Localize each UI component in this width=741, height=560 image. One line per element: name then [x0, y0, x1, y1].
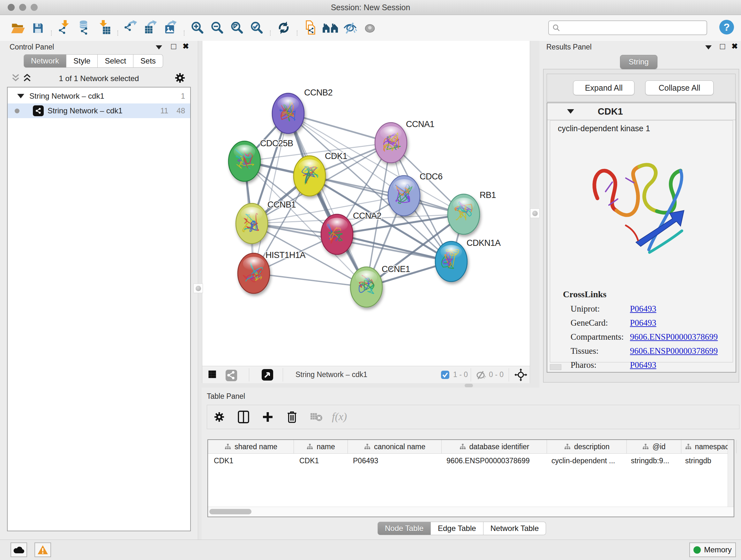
export-image-icon[interactable]	[161, 17, 181, 37]
network-graph[interactable]: CCNB2CCNA1CDC25BCDK1CDC6RB1CCNB1CCNA2CDK…	[202, 41, 530, 366]
table-row[interactable]: CDK1CDK1P064939606.ENSP00000378699cyclin…	[208, 454, 734, 468]
node-RB1[interactable]	[448, 194, 480, 234]
column-header-name[interactable]: name	[294, 440, 348, 453]
warnings-button[interactable]	[35, 543, 51, 557]
column-header-database-identifier[interactable]: database identifier	[442, 440, 547, 453]
panel-menu-icon[interactable]	[705, 45, 712, 50]
node-HIST1H1A[interactable]	[238, 253, 270, 294]
node-CDC6[interactable]	[388, 176, 420, 216]
collapse-entry-icon[interactable]	[567, 109, 574, 114]
node-CCNB1[interactable]	[236, 203, 268, 244]
zoom-selected-icon[interactable]	[247, 18, 267, 38]
open-session-icon[interactable]	[8, 18, 28, 38]
left-splitter-handle[interactable]	[193, 284, 203, 293]
edge-CCNE1-HIST1H1A[interactable]	[254, 273, 366, 287]
tab-network[interactable]: Network	[23, 54, 66, 68]
cloud-status-button[interactable]	[10, 543, 27, 557]
show-graphics-details-icon[interactable]	[360, 18, 380, 38]
hidden-eye-icon[interactable]	[475, 371, 486, 380]
node-CDKN1A[interactable]	[435, 241, 467, 282]
tab-node-table[interactable]: Node Table	[378, 522, 431, 535]
results-panel-title: Results Panel	[546, 43, 592, 51]
gene-card-header[interactable]: CDK1	[547, 103, 736, 120]
close-panel-icon[interactable]: ✖	[183, 42, 189, 51]
new-network-from-selection-icon[interactable]	[300, 17, 320, 37]
edge-CCNB2-HIST1H1A[interactable]	[254, 113, 288, 273]
panel-menu-icon[interactable]	[156, 45, 162, 50]
table-horizontal-scrollbar[interactable]	[208, 507, 734, 516]
hide-graphics-icon[interactable]	[340, 18, 360, 38]
tab-network-table[interactable]: Network Table	[483, 522, 546, 535]
refresh-icon[interactable]	[274, 18, 293, 38]
tab-sets[interactable]: Sets	[133, 54, 163, 68]
right-splitter-handle[interactable]	[530, 208, 540, 218]
gene-symbol: CDK1	[598, 106, 623, 117]
delete-columns-icon[interactable]	[280, 407, 304, 427]
show-columns-icon[interactable]	[231, 407, 256, 427]
node-CCNA2[interactable]	[321, 214, 353, 254]
node-CDK1[interactable]	[293, 156, 326, 196]
crosslink-link[interactable]: P06493	[630, 360, 657, 370]
card-scrollbar[interactable]	[550, 364, 561, 370]
node-CDC25B[interactable]	[228, 141, 260, 181]
node-CCNB2[interactable]	[272, 93, 304, 133]
zoom-fit-content-icon[interactable]	[227, 18, 247, 38]
node-CCNA1[interactable]	[375, 123, 407, 163]
float-panel-icon[interactable]: □	[720, 42, 725, 51]
float-panel-icon[interactable]: □	[171, 42, 176, 51]
selected-nodes-checkbox[interactable]	[441, 370, 450, 379]
table-vertical-scrollbar[interactable]	[728, 440, 734, 516]
network-view-title: String Network – cdk1	[295, 370, 367, 379]
column-header-canonical-name[interactable]: canonical name	[348, 440, 442, 453]
import-network-from-database-icon[interactable]	[75, 17, 94, 37]
network-canvas[interactable]: CCNB2CCNA1CDC25BCDK1CDC6RB1CCNB1CCNA2CDK…	[202, 41, 530, 366]
open-in-new-window-icon[interactable]	[262, 369, 273, 381]
show-home-icon[interactable]	[320, 18, 340, 38]
column-header-description[interactable]: description	[547, 440, 627, 453]
column-header-shared-name[interactable]: shared name	[208, 440, 294, 453]
collection-count: 1	[181, 91, 185, 101]
control-panel-title: Control Panel	[10, 43, 54, 51]
collapse-collection-icon[interactable]	[17, 94, 24, 98]
column-header-id[interactable]: @id	[627, 440, 681, 453]
crosslink-link[interactable]: P06493	[630, 304, 657, 314]
crosslink-link[interactable]: 9606.ENSP00000378699	[630, 332, 718, 342]
tab-select[interactable]: Select	[98, 54, 133, 68]
edge-CCNB2-CCNE1[interactable]	[288, 113, 366, 287]
birds-eye-view-icon[interactable]	[207, 369, 219, 380]
node-CCNE1[interactable]	[350, 267, 382, 307]
node-label-CCNE1: CCNE1	[382, 264, 410, 274]
network-overview-icon[interactable]	[225, 369, 238, 381]
table-cell: P06493	[347, 456, 441, 465]
import-network-from-file-icon[interactable]	[55, 17, 75, 37]
gear-icon[interactable]	[174, 72, 186, 84]
control-panel: Control Panel □ ✖ NetworkStyleSelectSets…	[0, 41, 198, 540]
tab-string[interactable]: String	[620, 55, 657, 69]
tab-edge-table[interactable]: Edge Table	[431, 522, 483, 535]
expand-all-button[interactable]: Expand All	[573, 80, 634, 95]
horizontal-splitter-handle[interactable]	[465, 384, 473, 387]
collection-name: String Network – cdk1	[29, 91, 105, 101]
fit-selected-icon[interactable]	[515, 368, 527, 381]
svg-text:f(x): f(x)	[332, 411, 347, 423]
export-network-icon[interactable]	[121, 17, 141, 37]
crosslink-link[interactable]: 9606.ENSP00000378699	[630, 346, 718, 356]
import-table-from-file-icon[interactable]	[94, 17, 114, 37]
scrollbar-thumb[interactable]	[209, 509, 252, 514]
network-collection-row[interactable]: String Network – cdk1 1	[8, 89, 190, 104]
table-options-gear-icon[interactable]	[207, 407, 231, 427]
network-row[interactable]: String Network – cdk1 11 48	[8, 104, 190, 118]
help-button[interactable]: ?	[719, 20, 734, 35]
create-column-icon[interactable]	[256, 407, 280, 427]
toolbar-separator	[118, 30, 118, 36]
tab-style[interactable]: Style	[66, 54, 98, 68]
export-table-icon[interactable]	[141, 17, 161, 37]
zoom-in-icon[interactable]	[188, 18, 207, 38]
close-panel-icon[interactable]: ✖	[731, 42, 738, 51]
save-session-icon[interactable]	[28, 18, 48, 38]
search-input[interactable]	[560, 22, 706, 34]
zoom-out-icon[interactable]	[207, 18, 227, 38]
memory-button[interactable]: Memory	[689, 543, 736, 557]
collapse-all-button[interactable]: Collapse All	[645, 80, 714, 95]
crosslink-link[interactable]: P06493	[630, 318, 657, 328]
